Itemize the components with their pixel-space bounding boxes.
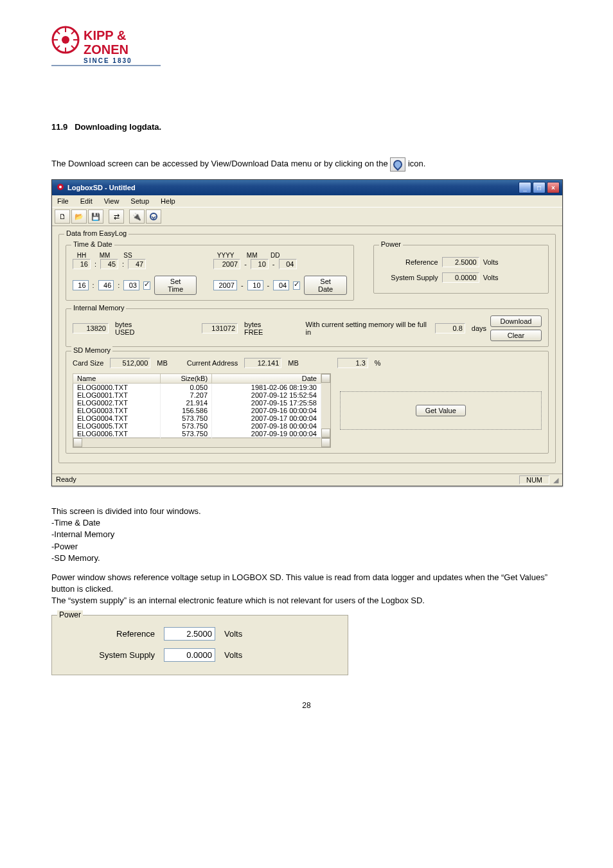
col-size[interactable]: Size(kB) [160,374,212,384]
status-ready: Ready [56,475,76,484]
set-time-button[interactable]: Set Time [154,276,197,295]
svg-point-9 [62,36,69,44]
mb-label-1: MB [157,359,168,367]
svg-line-7 [57,46,60,49]
percent-value: 1.3 [337,358,368,368]
data-from-easylog-group: Data from EasyLog Time & Date HH MM SS [58,234,556,463]
save-icon[interactable]: 💾 [88,209,103,224]
reference-label-2: Reference [84,629,155,639]
resize-grip-icon[interactable]: ◢ [553,476,558,484]
menu-file[interactable]: File [55,197,71,206]
volts-label-2: Volts [483,274,499,281]
mb-label-2: MB [288,359,299,367]
ss-readonly: 47 [128,259,146,269]
page-number: 28 [51,701,562,710]
power-paragraph: Power window shows reference voltage set… [51,572,562,607]
get-value-panel: Get Value [340,391,542,430]
label-hh: HH [74,252,89,259]
mm-input[interactable]: 46 [98,280,114,290]
system-supply-label-2: System Supply [84,650,155,660]
menu-view[interactable]: View [102,197,122,206]
file-table-vscroll[interactable] [321,373,331,438]
sd-memory-legend: SD Memory [71,346,112,354]
system-supply-value: 0.0000 [442,272,479,283]
menu-edit[interactable]: Edit [78,197,95,206]
card-size-label: Card Size [73,359,103,367]
connect-icon[interactable]: 🔌 [129,209,145,224]
kipp-zonen-logo: KIPP & ZONEN SINCE 1830 [51,26,562,71]
menu-help[interactable]: Help [158,197,178,206]
label-mm: MM [97,252,112,259]
power-panel-closeup: Power Reference 2.5000 Volts System Supp… [51,615,348,675]
mon-input[interactable]: 10 [247,280,263,290]
bytes-used-value: 13820 [73,323,109,333]
label-month: MM [244,252,260,259]
svg-point-15 [59,186,62,188]
narrative-line1: This screen is divided into four windows… [51,506,562,517]
data-from-easylog-legend: Data from EasyLog [64,229,129,237]
dd-input[interactable]: 04 [273,280,289,290]
open-icon[interactable]: 📂 [71,209,87,224]
power-group: Power Reference 2.5000 Volts System Supp… [373,245,549,294]
logboxsd-window: LogboxSD - Untitled _ □ × File Edit View… [51,179,563,486]
table-row: ELOG0004.TXT573.7502007-09-17 00:00:04 [73,414,321,422]
section-title-text: Downloading logdata. [75,122,161,132]
scroll-down-icon[interactable] [321,429,330,438]
system-supply-label: System Supply [380,274,438,281]
get-value-button[interactable]: Get Value [416,405,466,416]
menu-setup[interactable]: Setup [128,197,152,206]
hh-input[interactable]: 16 [73,280,89,290]
narrative-block: This screen is divided into four windows… [51,506,562,564]
status-bar: Ready NUM ◢ [52,474,562,486]
section-number: 11.9 [51,122,67,132]
bytes-used-label: bytes USED [115,321,152,336]
time-sync-checkbox[interactable] [143,281,150,290]
close-button[interactable]: × [547,182,560,193]
minimize-button[interactable]: _ [519,182,531,193]
label-ss: SS [120,252,136,259]
label-yyyy: YYYY [215,252,236,259]
reference-label: Reference [380,258,438,266]
maximize-button[interactable]: □ [533,182,546,193]
new-icon[interactable]: 🗋 [55,209,70,224]
power-panel-legend: Power [57,610,83,619]
bytes-free-label: bytes FREE [244,321,280,336]
transfer-icon[interactable]: ⇄ [109,209,124,224]
status-num: NUM [519,475,549,484]
bullet-power: -Power [51,541,562,553]
menu-bar: File Edit View Setup Help [52,195,562,208]
svg-text:KIPP &: KIPP & [84,28,126,42]
card-size-value: 512,000 [110,358,150,368]
internal-memory-group: Internal Memory 13820 bytes USED 131072 … [66,308,549,347]
download-button[interactable]: Download [490,315,542,327]
col-name[interactable]: Name [73,374,161,384]
window-title: LogboxSD - Untitled [67,184,136,191]
current-address-label: Current Address [187,359,238,367]
ss-input[interactable]: 03 [123,280,139,290]
window-titlebar: LogboxSD - Untitled _ □ × [52,180,562,195]
time-date-legend: Time & Date [71,240,114,248]
yyyy-readonly: 2007 [213,259,240,269]
file-table[interactable]: Name Size(kB) Date ELOG0000.TXT0.0501981… [73,373,321,438]
hh-readonly: 16 [73,259,91,269]
table-row: ELOG0001.TXT7.2072007-09-12 15:52:54 [73,391,321,399]
bullet-time-date: -Time & Date [51,517,562,529]
volts-label-3: Volts [224,629,242,639]
full-in-label: With current setting memory will be full… [306,321,429,336]
set-date-button[interactable]: Set Date [304,276,346,295]
file-table-hscroll[interactable] [73,438,331,448]
table-row: ELOG0000.TXT0.0501981-02-06 08:19:30 [73,384,321,392]
col-date[interactable]: Date [212,374,321,384]
reference-value: 2.5000 [442,257,479,267]
clear-button[interactable]: Clear [490,330,542,341]
internal-memory-legend: Internal Memory [71,304,126,312]
toolbar: 🗋 📂 💾 ⇄ 🔌 [52,208,562,226]
download-icon[interactable] [146,209,161,224]
date-sync-checkbox[interactable] [293,281,300,290]
svg-line-5 [57,31,60,34]
sd-memory-group: SD Memory Card Size 512,000 MB Current A… [66,351,549,454]
yyyy-input[interactable]: 2007 [213,280,237,290]
scroll-up-icon[interactable] [321,374,330,383]
download-toolbar-icon [390,157,405,172]
table-row: ELOG0002.TXT21.9142007-09-15 17:25:58 [73,399,321,407]
